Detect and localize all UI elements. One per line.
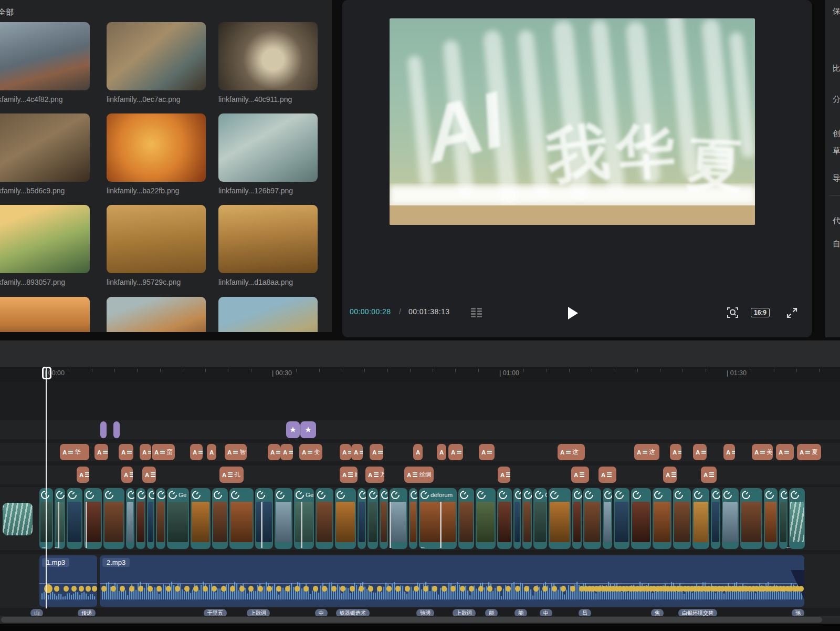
- timeline-ruler[interactable]: | 00:00| 00:30| 01:00| 01:30: [0, 367, 840, 381]
- video-clip[interactable]: [255, 488, 273, 549]
- text-clip[interactable]: A: [479, 444, 495, 460]
- text-clip[interactable]: A丝绸: [404, 467, 434, 483]
- video-clip[interactable]: Ge: [294, 488, 314, 549]
- media-item[interactable]: [218, 297, 318, 332]
- video-clip[interactable]: [549, 488, 571, 549]
- media-item[interactable]: linkfamily...126b97.png: [218, 113, 318, 195]
- trim-handle[interactable]: ←: [54, 543, 59, 550]
- rail-menu-label[interactable]: 导: [833, 173, 840, 183]
- video-clip[interactable]: [572, 488, 582, 549]
- playhead[interactable]: [42, 367, 51, 379]
- video-clip[interactable]: [229, 488, 254, 549]
- text-clip[interactable]: A美: [752, 444, 773, 460]
- video-clip[interactable]: [779, 488, 788, 549]
- video-clip[interactable]: [764, 488, 778, 549]
- video-clip[interactable]: [409, 488, 417, 549]
- media-item[interactable]: linkfamily...d1a8aa.png: [218, 205, 318, 286]
- video-clip[interactable]: [653, 488, 671, 549]
- play-button[interactable]: [568, 307, 578, 319]
- text-clip[interactable]: A: [413, 444, 423, 460]
- text-clip[interactable]: A孔: [219, 467, 244, 483]
- text-clip[interactable]: A智: [225, 444, 247, 460]
- media-item[interactable]: linkfamily...95729c.png: [107, 205, 206, 286]
- video-clip[interactable]: [156, 488, 165, 549]
- video-clip[interactable]: [358, 488, 366, 549]
- video-clip[interactable]: [191, 488, 211, 549]
- text-clip[interactable]: A蛮: [152, 444, 175, 460]
- video-clip[interactable]: [316, 488, 333, 549]
- video-clip[interactable]: [458, 488, 474, 549]
- preview-video[interactable]: AI 我 华 夏: [390, 18, 755, 225]
- video-clip[interactable]: [212, 488, 228, 549]
- effect-clip[interactable]: [113, 421, 120, 438]
- video-clip[interactable]: [136, 488, 145, 549]
- text-clip[interactable]: A: [370, 444, 383, 460]
- media-item[interactable]: [107, 297, 206, 332]
- media-filter-label[interactable]: 全部: [0, 7, 14, 17]
- video-clip[interactable]: [522, 488, 532, 549]
- video-clip[interactable]: deforum: [419, 488, 457, 549]
- text-clip[interactable]: A万: [365, 467, 384, 483]
- text-clip[interactable]: A这: [634, 444, 659, 460]
- video-clip[interactable]: [711, 488, 720, 549]
- trim-handle[interactable]: ←: [420, 543, 426, 550]
- text-clip[interactable]: A: [693, 444, 707, 460]
- video-clip[interactable]: Ge: [167, 488, 189, 549]
- rail-menu-label[interactable]: 代: [833, 216, 840, 226]
- view-grid-icon[interactable]: [471, 308, 482, 317]
- text-clip[interactable]: A: [723, 444, 735, 460]
- rail-menu-label[interactable]: 比: [833, 64, 840, 74]
- audio-clip[interactable]: 1.mp3: [39, 555, 97, 607]
- text-clip[interactable]: A: [701, 467, 717, 483]
- text-clip[interactable]: A: [598, 467, 616, 483]
- video-clip[interactable]: [692, 488, 709, 549]
- rail-menu-label[interactable]: 分: [833, 95, 840, 105]
- video-clip[interactable]: [67, 488, 82, 549]
- effect-clip[interactable]: [100, 421, 107, 438]
- rail-menu-label[interactable]: 创: [833, 129, 840, 139]
- trim-handle[interactable]: ←: [785, 543, 791, 550]
- effect-clip[interactable]: [286, 421, 300, 438]
- video-clip[interactable]: [740, 488, 762, 549]
- video-clip[interactable]: [583, 488, 601, 549]
- text-clip[interactable]: A华: [60, 444, 89, 460]
- text-clip[interactable]: A: [77, 467, 89, 483]
- video-clip[interactable]: [103, 488, 124, 549]
- video-clip[interactable]: [614, 488, 629, 549]
- text-clip[interactable]: A: [670, 444, 681, 460]
- media-item[interactable]: [0, 297, 90, 332]
- video-clip[interactable]: [380, 488, 388, 549]
- text-clip[interactable]: A: [280, 444, 293, 460]
- video-clip[interactable]: [673, 488, 691, 549]
- media-item[interactable]: linkfamily...b5d6c9.png: [0, 113, 90, 195]
- text-clip[interactable]: A: [351, 444, 363, 460]
- text-clip[interactable]: A: [663, 467, 677, 483]
- audio-clip[interactable]: 2.mp3: [100, 555, 804, 607]
- video-clip[interactable]: [368, 488, 378, 549]
- video-clip[interactable]: [335, 488, 356, 549]
- video-clip[interactable]: [476, 488, 496, 549]
- text-clip[interactable]: A: [340, 444, 351, 460]
- video-clip[interactable]: [126, 488, 134, 549]
- text-clip[interactable]: A: [571, 467, 589, 483]
- text-clip[interactable]: A: [437, 444, 446, 460]
- rail-menu-label[interactable]: 草: [833, 146, 840, 156]
- video-clip[interactable]: [497, 488, 512, 549]
- text-clip[interactable]: A夏: [797, 444, 821, 460]
- video-clip[interactable]: G: [55, 488, 65, 549]
- text-clip[interactable]: A: [498, 467, 510, 483]
- text-clip[interactable]: A: [94, 444, 108, 460]
- text-clip[interactable]: A: [190, 444, 203, 460]
- video-clip[interactable]: [147, 488, 154, 549]
- rail-menu-label[interactable]: 保: [833, 6, 840, 16]
- video-clip[interactable]: [631, 488, 651, 549]
- text-clip[interactable]: A: [448, 444, 463, 460]
- media-item[interactable]: linkfamily...0ec7ac.png: [107, 22, 206, 104]
- scrollbar-thumb[interactable]: [1, 617, 822, 623]
- effect-clip[interactable]: [300, 421, 316, 438]
- aspect-ratio-chip[interactable]: 16:9: [751, 308, 770, 317]
- video-clip[interactable]: Ge: [533, 488, 547, 549]
- cover-thumbnail[interactable]: [3, 503, 33, 535]
- video-clip[interactable]: [722, 488, 739, 549]
- text-clip[interactable]: A始: [340, 467, 358, 483]
